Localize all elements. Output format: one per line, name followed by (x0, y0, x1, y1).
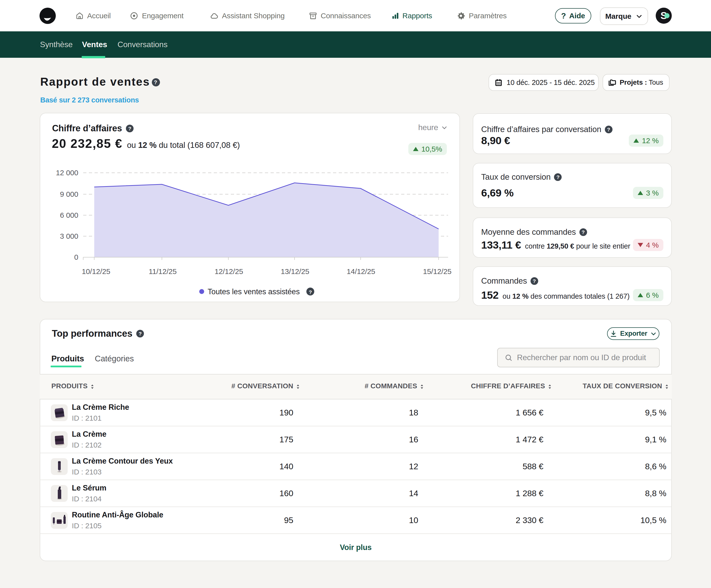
svg-text:6 000: 6 000 (60, 211, 78, 219)
svg-text:15/12/25: 15/12/25 (423, 267, 452, 276)
svg-text:12 000: 12 000 (56, 169, 78, 177)
svg-text:0: 0 (74, 253, 78, 261)
svg-text:Toutes les ventes assistées: Toutes les ventes assistées (208, 287, 300, 296)
svg-text:+: + (62, 520, 63, 523)
svg-text:13/12/25: 13/12/25 (281, 267, 309, 276)
svg-text:12/12/25: 12/12/25 (215, 267, 243, 276)
svg-text:10/12/25: 10/12/25 (82, 267, 110, 276)
svg-text:3 000: 3 000 (60, 232, 78, 240)
svg-text:11/12/25: 11/12/25 (149, 267, 176, 276)
svg-text:14/12/25: 14/12/25 (347, 267, 375, 276)
svg-text:9 000: 9 000 (60, 190, 78, 198)
svg-text:+: + (55, 521, 57, 523)
svg-text:?: ? (309, 289, 312, 295)
